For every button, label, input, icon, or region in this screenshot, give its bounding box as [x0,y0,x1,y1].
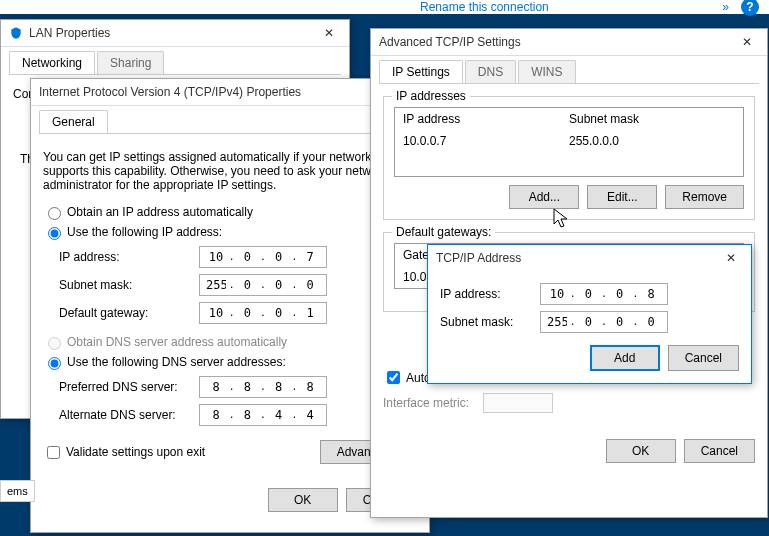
ip-address-label: IP address: [59,250,199,264]
dlg-titlebar: TCP/IP Address ✕ [428,245,751,271]
validate-checkbox[interactable] [47,446,60,459]
iface-metric-label: Interface metric: [383,396,483,410]
adv-titlebar: Advanced TCP/IP Settings ✕ [371,29,767,56]
gw-oct-3[interactable] [267,305,291,321]
ok-button[interactable]: OK [606,439,676,463]
radio-use-ip-label: Use the following IP address: [67,225,222,239]
dip-oct-2[interactable] [576,286,600,302]
pref-dns-row: Preferred DNS server: . . . [59,376,417,398]
dsn-oct-4[interactable] [639,314,663,330]
pref-dns-label: Preferred DNS server: [59,380,199,394]
tab-general[interactable]: General [39,110,108,133]
ipv4-intro-text: You can get IP settings assigned automat… [43,150,417,192]
remove-button[interactable]: Remove [665,185,744,209]
ad-oct-4[interactable] [298,407,322,423]
gateway-input[interactable]: . . . [199,302,327,324]
alt-dns-input[interactable]: . . . [199,404,327,426]
auto-metric-checkbox[interactable] [387,371,400,384]
dlg-button-row: Add Cancel [440,339,739,371]
radio-use-dns-label: Use the following DNS server addresses: [67,355,286,369]
dlg-ip-label: IP address: [440,287,540,301]
radio-obtain-dns-input [48,337,61,350]
radio-use-ip[interactable]: Use the following IP address: [43,224,417,240]
radio-use-dns[interactable]: Use the following DNS server addresses: [43,354,417,370]
dsn-oct-1[interactable] [545,314,569,330]
lan-titlebar: LAN Properties ✕ [1,20,349,47]
alt-dns-label: Alternate DNS server: [59,408,199,422]
sn-oct-1[interactable] [204,277,228,293]
pd-oct-3[interactable] [267,379,291,395]
adv-button-row: OK Cancel [371,431,767,471]
add-button[interactable]: Add [590,345,660,371]
gateways-legend: Default gateways: [392,225,495,239]
radio-use-dns-input[interactable] [48,357,61,370]
tab-sharing[interactable]: Sharing [97,51,164,74]
sn-oct-2[interactable] [235,277,259,293]
close-icon[interactable]: ✕ [735,35,759,49]
close-icon[interactable]: ✕ [719,251,743,265]
dip-oct-1[interactable] [545,286,569,302]
subnet-input[interactable]: . . . [199,274,327,296]
ad-oct-1[interactable] [204,407,228,423]
radio-use-ip-input[interactable] [48,227,61,240]
close-icon[interactable]: ✕ [317,26,341,40]
shield-icon [9,26,23,40]
dip-oct-3[interactable] [608,286,632,302]
dip-oct-4[interactable] [639,286,663,302]
lan-tabbar: Networking Sharing [9,51,341,75]
dlg-title: TCP/IP Address [436,251,719,265]
radio-obtain-dns: Obtain DNS server address automatically [43,334,417,350]
row-ip: 10.0.0.7 [403,134,569,148]
tab-ip-settings[interactable]: IP Settings [379,60,463,83]
gw-oct-2[interactable] [235,305,259,321]
table-row[interactable]: 10.0.0.7 255.0.0.0 [395,130,743,152]
ip-oct-3[interactable] [267,249,291,265]
ip-oct-1[interactable] [204,249,228,265]
sn-oct-4[interactable] [298,277,322,293]
ip-addresses-legend: IP addresses [392,89,470,103]
cancel-button[interactable]: Cancel [668,345,739,371]
gateway-label: Default gateway: [59,306,199,320]
ip-oct-4[interactable] [298,249,322,265]
gw-oct-1[interactable] [204,305,228,321]
lan-title: LAN Properties [29,26,317,40]
dlg-subnet-label: Subnet mask: [440,315,540,329]
radio-obtain-ip[interactable]: Obtain an IP address automatically [43,204,417,220]
gateway-row: Default gateway: . . . [59,302,417,324]
gw-oct-4[interactable] [298,305,322,321]
sn-oct-3[interactable] [267,277,291,293]
pd-oct-4[interactable] [298,379,322,395]
edit-button[interactable]: Edit... [587,185,657,209]
radio-obtain-ip-input[interactable] [48,207,61,220]
rename-connection-link[interactable]: Rename this connection [420,0,549,14]
validate-settings-row[interactable]: Validate settings upon exit Advanced... [43,440,417,464]
ad-oct-3[interactable] [267,407,291,423]
top-toolbar-fragment: Rename this connection » ? [0,0,769,14]
add-button[interactable]: Add... [509,185,579,209]
tab-networking[interactable]: Networking [9,51,95,74]
dsn-oct-3[interactable] [608,314,632,330]
pref-dns-input[interactable]: . . . [199,376,327,398]
tab-wins[interactable]: WINS [518,60,575,83]
ip-btn-row: Add... Edit... Remove [394,177,744,209]
dsn-oct-2[interactable] [576,314,600,330]
subnet-row: Subnet mask: . . . [59,274,417,296]
pd-oct-2[interactable] [235,379,259,395]
ad-oct-2[interactable] [235,407,259,423]
ip-table-header: IP address Subnet mask [395,108,743,130]
ok-button[interactable]: OK [268,488,338,512]
tab-dns[interactable]: DNS [465,60,516,83]
ems-fragment: ems [0,480,35,502]
row-subnet: 255.0.0.0 [569,134,735,148]
ip-table: IP address Subnet mask 10.0.0.7 255.0.0.… [394,107,744,177]
dlg-ip-input[interactable]: . . . [540,283,668,305]
pd-oct-1[interactable] [204,379,228,395]
radio-obtain-ip-label: Obtain an IP address automatically [67,205,253,219]
ipv4-tabbar: General [39,110,421,134]
dlg-subnet-input[interactable]: . . . [540,311,668,333]
validate-label: Validate settings upon exit [66,445,205,459]
ip-oct-2[interactable] [235,249,259,265]
ip-address-input[interactable]: . . . [199,246,327,268]
cancel-button[interactable]: Cancel [684,439,755,463]
info-icon[interactable]: ? [741,0,759,16]
